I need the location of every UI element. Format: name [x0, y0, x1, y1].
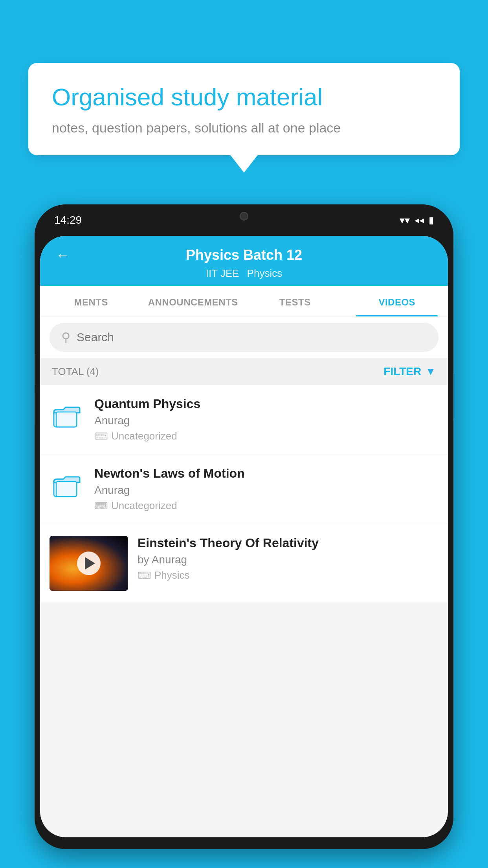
subtitle-physics: Physics	[247, 267, 283, 280]
app-header-top: ← Physics Batch 12	[56, 247, 432, 267]
battery-icon: ▮	[429, 215, 434, 226]
filter-button[interactable]: FILTER ▼	[383, 365, 436, 378]
power-button	[453, 373, 453, 421]
search-bar[interactable]: ⚲	[50, 323, 438, 352]
video-title: Newton's Laws of Motion	[94, 466, 438, 481]
svg-rect-1	[56, 412, 77, 427]
speech-bubble-subtitle: notes, question papers, solutions all at…	[52, 120, 436, 136]
video-author: Anurag	[94, 414, 438, 427]
folder-icon	[51, 471, 83, 502]
video-item-info: Newton's Laws of Motion Anurag ⌨ Uncateg…	[94, 466, 438, 512]
search-icon: ⚲	[61, 330, 70, 345]
video-tag-wrap: ⌨ Uncategorized	[94, 500, 438, 512]
play-button-overlay[interactable]	[50, 536, 128, 591]
tab-ments[interactable]: MENTS	[40, 286, 142, 316]
list-item[interactable]: Newton's Laws of Motion Anurag ⌨ Uncateg…	[40, 454, 448, 524]
speech-bubble-title: Organised study material	[52, 83, 436, 112]
folder-icon-wrap	[50, 469, 85, 504]
video-item-info: Einstein's Theory Of Relativity by Anura…	[138, 536, 438, 581]
total-count: TOTAL (4)	[52, 366, 99, 378]
video-list: Quantum Physics Anurag ⌨ Uncategorized	[40, 385, 448, 603]
tabs-bar: MENTS ANNOUNCEMENTS TESTS VIDEOS	[40, 286, 448, 316]
video-thumbnail	[50, 536, 128, 591]
video-tag: Physics	[154, 569, 190, 581]
search-bar-wrap: ⚲	[40, 316, 448, 358]
speech-bubble: Organised study material notes, question…	[28, 63, 460, 155]
video-tag-wrap: ⌨ Physics	[138, 569, 438, 581]
camera-dot	[240, 212, 248, 221]
video-tag: Uncategorized	[111, 500, 177, 512]
play-circle	[77, 552, 101, 575]
tag-icon: ⌨	[138, 570, 151, 581]
phone-frame: 14:29 ▾▾ ◂◂ ▮ ← Physics Batch 12 IIT JEE…	[35, 204, 453, 849]
tag-icon: ⌨	[94, 431, 108, 442]
video-tag-wrap: ⌨ Uncategorized	[94, 430, 438, 442]
wifi-icon: ▾▾	[400, 214, 410, 226]
video-item-info: Quantum Physics Anurag ⌨ Uncategorized	[94, 397, 438, 442]
signal-icon: ◂◂	[415, 215, 424, 226]
tag-icon: ⌨	[94, 500, 108, 511]
app-title: Physics Batch 12	[186, 247, 302, 263]
phone-screen: ← Physics Batch 12 IIT JEE Physics MENTS…	[40, 236, 448, 837]
video-title: Einstein's Theory Of Relativity	[138, 536, 438, 550]
folder-icon	[51, 401, 83, 432]
filter-bar: TOTAL (4) FILTER ▼	[40, 358, 448, 385]
folder-icon-wrap	[50, 399, 85, 434]
status-icons: ▾▾ ◂◂ ▮	[400, 214, 434, 226]
app-subtitle: IIT JEE Physics	[56, 267, 432, 286]
phone-time: 14:29	[54, 214, 82, 226]
video-tag: Uncategorized	[111, 430, 177, 442]
subtitle-iitjee: IIT JEE	[206, 267, 239, 280]
app-header: ← Physics Batch 12 IIT JEE Physics	[40, 236, 448, 286]
video-author: by Anurag	[138, 554, 438, 566]
status-bar: 14:29 ▾▾ ◂◂ ▮	[35, 204, 453, 236]
tab-videos[interactable]: VIDEOS	[346, 286, 448, 316]
tab-tests[interactable]: TESTS	[244, 286, 346, 316]
video-title: Quantum Physics	[94, 397, 438, 411]
vol-down-button	[35, 393, 35, 425]
search-input[interactable]	[77, 331, 427, 344]
list-item[interactable]: Einstein's Theory Of Relativity by Anura…	[40, 524, 448, 603]
filter-label: FILTER	[383, 365, 421, 378]
back-button[interactable]: ←	[56, 247, 70, 263]
video-author: Anurag	[94, 484, 438, 497]
filter-icon: ▼	[425, 365, 436, 378]
phone-notch	[205, 204, 283, 228]
vol-up-button	[35, 354, 35, 385]
svg-rect-3	[56, 482, 77, 497]
list-item[interactable]: Quantum Physics Anurag ⌨ Uncategorized	[40, 385, 448, 454]
tab-announcements[interactable]: ANNOUNCEMENTS	[142, 286, 244, 316]
play-triangle-icon	[85, 557, 95, 570]
